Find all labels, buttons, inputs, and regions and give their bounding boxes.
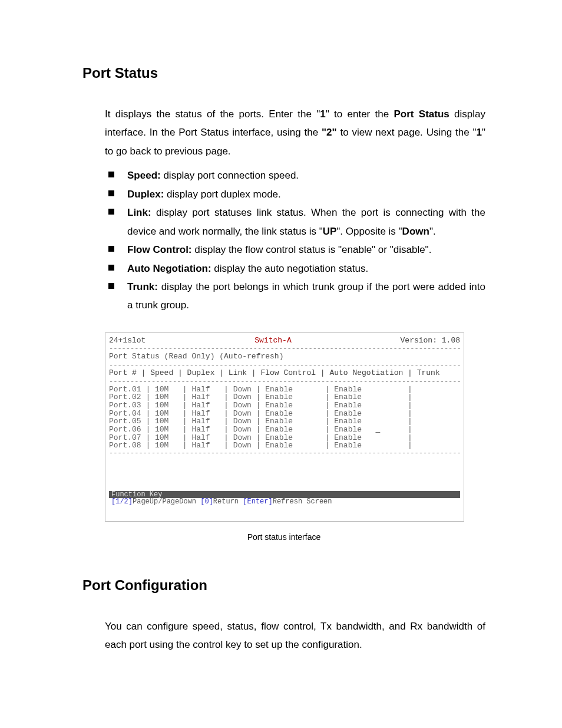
bullet-name: Flow Control: [127, 244, 192, 255]
table-row: Port.02 | 10M | Half | Down | Enable | E… [109, 393, 460, 401]
key-pageup-pagedown: [1/2] [111, 498, 133, 506]
bullet-name: Link: [127, 207, 151, 218]
term-data-rows: Port.01 | 10M | Half | Down | Enable | E… [109, 386, 460, 450]
bullet-desc: display the auto negotiation status. [211, 263, 369, 274]
port-status-bullet-list: Speed: display port connection speed. Du… [105, 166, 485, 315]
bullet-trunk: Trunk: display the port belongs in which… [105, 278, 485, 315]
bullet-auto-negotiation: Auto Negotiation: display the auto negot… [105, 259, 485, 278]
bullet-name: Auto Negotiation: [127, 263, 211, 274]
key-1: 1 [320, 108, 325, 120]
key-1b: 1 [476, 127, 481, 138]
bullet-desc: display the port belongs in which trunk … [127, 281, 485, 311]
divider: ----------------------------------------… [109, 378, 460, 384]
term-top-right: Version: 1.08 [401, 337, 460, 345]
table-row: Port.08 | 10M | Half | Down | Enable | E… [109, 442, 460, 450]
key-2: "2" [322, 127, 337, 138]
bullet-desc: ". Opposite is " [336, 226, 402, 237]
port-configuration-text: You can configure speed, status, flow co… [105, 617, 485, 654]
text: It displays the status of the ports. Ent… [105, 108, 320, 120]
bullet-desc: display port connection speed. [161, 170, 299, 181]
table-row: Port.06 | 10M | Half | Down | Enable | E… [109, 426, 460, 434]
bullet-name: Speed: [127, 170, 161, 181]
bullet-name: Duplex: [127, 189, 164, 200]
divider: ----------------------------------------… [109, 450, 460, 456]
bullet-speed: Speed: display port connection speed. [105, 166, 485, 185]
text: Return [213, 498, 243, 506]
port-status-intro: It displays the status of the ports. Ent… [105, 105, 485, 160]
divider: ----------------------------------------… [109, 345, 460, 351]
terminal-screenshot: 24+1slot Switch-A Version: 1.08 --------… [105, 332, 464, 522]
text: Refresh Screen [273, 498, 332, 506]
bullet-desc: display the flow control status is "enab… [192, 244, 432, 255]
table-row: Port.07 | 10M | Half | Down | Enable | E… [109, 434, 460, 442]
heading-port-status: Port Status [82, 65, 485, 81]
bullet-duplex: Duplex: display port duplex mode. [105, 185, 485, 203]
term-top-left: 24+1slot [109, 337, 146, 345]
table-row: Port.04 | 10M | Half | Down | Enable | E… [109, 410, 460, 418]
term-subtitle: Port Status (Read Only) (Auto-refresh) [109, 351, 460, 362]
divider: ----------------------------------------… [109, 362, 460, 368]
text: to view next page. Using the " [337, 127, 477, 138]
text: " to enter the [326, 108, 394, 120]
term-function-key-line: [1/2]PageUp/PageDown [0]Return [Enter]Re… [109, 498, 460, 506]
bullet-desc: display port duplex mode. [164, 189, 280, 200]
table-row: Port.03 | 10M | Half | Down | Enable | E… [109, 401, 460, 410]
bullet-link: Link: display port statuses link status.… [105, 203, 485, 241]
key-enter: [Enter] [243, 498, 272, 506]
term-header-row: Port # | Speed | Duplex | Link | Flow Co… [109, 368, 460, 378]
key-return: [0] [200, 498, 213, 506]
kw-down: Down [402, 226, 429, 237]
table-row: Port.05 | 10M | Half | Down | Enable | E… [109, 417, 460, 426]
bullet-flow-control: Flow Control: display the flow control s… [105, 241, 485, 259]
term-top-center: Switch-A [254, 337, 291, 345]
table-row: Port.01 | 10M | Half | Down | Enable | E… [109, 386, 460, 394]
kw-up: UP [323, 226, 337, 237]
text: PageUp/PageDown [133, 498, 200, 506]
bullet-desc: ". [429, 226, 436, 237]
bullet-name: Trunk: [127, 281, 158, 292]
terminal-caption: Port status interface [82, 532, 485, 542]
heading-port-configuration: Port Configuration [82, 577, 485, 594]
label-port-status: Port Status [394, 108, 449, 120]
